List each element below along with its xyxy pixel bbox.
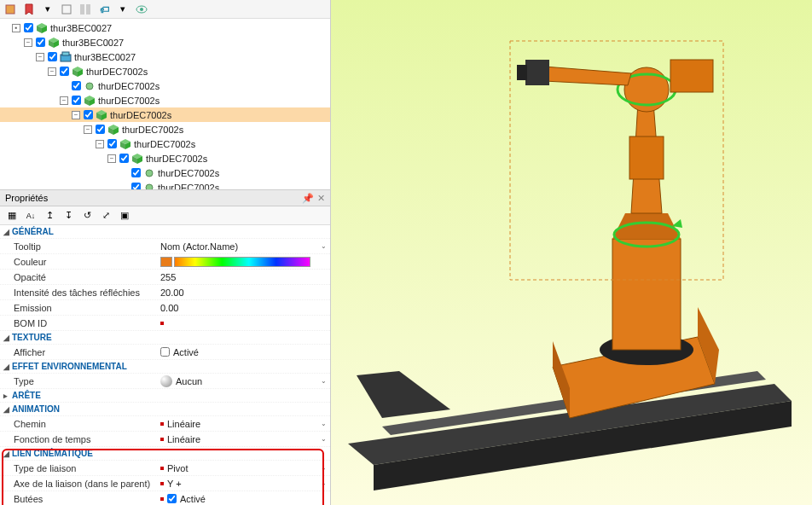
- tree-checkbox[interactable]: [131, 183, 141, 189]
- tree-toggle-icon[interactable]: −: [24, 38, 32, 47]
- tree-checkbox[interactable]: [84, 110, 93, 119]
- section-arete[interactable]: ▸Arête: [0, 389, 330, 403]
- cube-icon[interactable]: [3, 3, 17, 16]
- filter-icon[interactable]: ▾: [41, 3, 55, 16]
- tree-label: thurDEC7002s: [98, 96, 160, 106]
- prop-row: Type de liaisonPivot⌄: [0, 461, 330, 476]
- chevron-down-icon[interactable]: ⌄: [321, 420, 327, 427]
- prop-row: Couleur: [0, 254, 330, 270]
- tree-row[interactable]: −thur3BEC0027: [0, 49, 330, 64]
- bookmark-icon[interactable]: [22, 3, 36, 16]
- section-env[interactable]: ◢Effet environnemental: [0, 360, 330, 374]
- cube-green-icon: [131, 153, 143, 165]
- tree-toggle-icon[interactable]: −: [72, 111, 80, 119]
- prop-checkbox[interactable]: [167, 494, 177, 503]
- tree-checkbox[interactable]: [107, 139, 117, 148]
- tree-checkbox[interactable]: [131, 168, 141, 177]
- prop-value-text: 20.00: [160, 287, 184, 298]
- tree-row[interactable]: −thurDEC7002s: [0, 107, 330, 122]
- expand-icon[interactable]: ⤢: [99, 209, 113, 223]
- tree-row[interactable]: −thurDEC7002s: [0, 93, 330, 107]
- tree-toggle-icon[interactable]: ▪: [12, 24, 20, 32]
- fx-icon[interactable]: 🏷: [97, 3, 111, 16]
- tree-checkbox[interactable]: [60, 67, 69, 76]
- tree-label: thurDEC7002s: [158, 168, 219, 178]
- tree-checkbox[interactable]: [48, 52, 57, 61]
- prop-row: CheminLinéaire⌄: [0, 416, 330, 432]
- color-gradient[interactable]: [174, 257, 310, 267]
- prop-value[interactable]: Pivot⌄: [160, 463, 330, 473]
- prop-value[interactable]: Activé: [160, 347, 330, 357]
- tree-row[interactable]: −thur3BEC0027: [0, 35, 330, 49]
- tree-row[interactable]: ▪thur3BEC0027: [0, 20, 330, 35]
- prop-value[interactable]: Activé: [160, 494, 330, 504]
- tree-row[interactable]: −thurDEC7002s: [0, 122, 330, 136]
- caret-icon: ◢: [3, 450, 12, 458]
- prop-value[interactable]: Linéaire⌄: [160, 434, 330, 444]
- tree-checkbox[interactable]: [119, 154, 129, 163]
- chevron-down-icon[interactable]: ⌄: [321, 435, 327, 443]
- prop-value[interactable]: Nom (Actor.Name)⌄: [160, 241, 330, 252]
- section-anim[interactable]: ◢Animation: [0, 403, 330, 416]
- chevron-down-icon[interactable]: ⌄: [321, 464, 327, 472]
- robot-scene: [331, 0, 812, 505]
- tree-row[interactable]: −thurDEC7002s: [0, 151, 330, 165]
- section-general[interactable]: ◢Général: [0, 225, 330, 239]
- color-swatch[interactable]: [160, 257, 172, 267]
- prop-value[interactable]: Aucun⌄: [160, 375, 330, 387]
- prop-value[interactable]: 20.00: [160, 287, 330, 298]
- pin-icon[interactable]: 📌: [302, 193, 314, 204]
- tree-checkbox[interactable]: [72, 96, 81, 105]
- prop-value[interactable]: Linéaire⌄: [160, 419, 330, 429]
- target-icon[interactable]: ▣: [118, 209, 131, 223]
- sort-down-icon[interactable]: ↧: [61, 209, 75, 223]
- prop-value[interactable]: [160, 322, 330, 325]
- tree-checkbox[interactable]: [24, 23, 33, 32]
- tree-toggle-icon[interactable]: −: [96, 140, 104, 148]
- grid-icon[interactable]: ▦: [5, 209, 19, 223]
- tree-checkbox[interactable]: [36, 38, 45, 47]
- prop-checkbox[interactable]: [160, 347, 170, 357]
- section-texture[interactable]: ◢Texture: [0, 331, 330, 345]
- sort-up-icon[interactable]: ↥: [43, 209, 56, 223]
- modified-dot-icon: [160, 322, 164, 325]
- close-icon[interactable]: ✕: [317, 193, 325, 204]
- chevron-down-icon[interactable]: ⌄: [321, 377, 327, 385]
- svg-rect-2: [80, 4, 84, 15]
- eye-icon[interactable]: [135, 3, 148, 16]
- chevron-down-icon[interactable]: ⌄: [321, 479, 327, 487]
- az-sort-icon[interactable]: A↓: [24, 209, 38, 223]
- cube-green-icon: [72, 66, 84, 78]
- tree-checkbox[interactable]: [72, 81, 81, 90]
- modified-dot-icon: [160, 422, 164, 426]
- prop-label: Type de liaison: [0, 463, 160, 473]
- tree-toggle-icon[interactable]: −: [60, 96, 68, 105]
- tree-row[interactable]: −thurDEC7002s: [0, 136, 330, 151]
- tree-row[interactable]: −thurDEC7002s: [0, 64, 330, 78]
- tree-row[interactable]: thurDEC7002s: [0, 165, 330, 180]
- prop-value-text: 255: [160, 272, 176, 282]
- square-icon[interactable]: [60, 3, 73, 16]
- tree-toggle-icon[interactable]: −: [84, 125, 92, 134]
- columns-icon[interactable]: [78, 3, 92, 16]
- prop-value[interactable]: 0.00: [160, 303, 330, 313]
- section-kin[interactable]: ◢Lien cinématique: [0, 447, 330, 461]
- tree-row[interactable]: thurDEC7002s: [0, 180, 330, 189]
- cube-green-icon: [48, 37, 60, 49]
- tree-toggle-icon[interactable]: −: [107, 154, 116, 163]
- reset-icon[interactable]: ↺: [80, 209, 94, 223]
- tree-toggle-icon[interactable]: −: [36, 53, 44, 61]
- tree-checkbox[interactable]: [96, 125, 105, 134]
- prop-label: Opacité: [0, 272, 160, 282]
- prop-value[interactable]: Y +⌄: [160, 479, 330, 489]
- 3d-viewport[interactable]: [331, 0, 812, 505]
- chevron-down-icon[interactable]: ⌄: [321, 242, 327, 250]
- tree-toggle-icon[interactable]: −: [48, 67, 56, 76]
- tree-row[interactable]: thurDEC7002s: [0, 78, 330, 93]
- properties-body: ◢GénéralTooltipNom (Actor.Name)⌄CouleurO…: [0, 225, 330, 505]
- assembly-tree[interactable]: ▪thur3BEC0027−thur3BEC0027−thur3BEC0027−…: [0, 19, 330, 189]
- svg-rect-53: [670, 60, 713, 92]
- dropdown-icon[interactable]: ▾: [116, 3, 130, 16]
- prop-value[interactable]: [160, 257, 330, 267]
- prop-value[interactable]: 255: [160, 272, 330, 282]
